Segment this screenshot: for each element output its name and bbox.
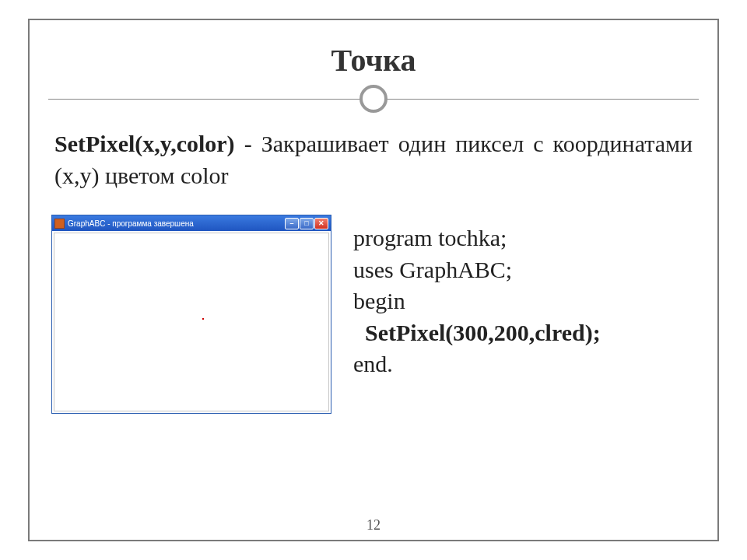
description-text: SetPixel(x,y,color) - Закрашивает один п…	[54, 128, 693, 191]
divider-circle-icon	[359, 85, 388, 113]
code-line: program tochka;	[353, 222, 601, 254]
code-block: program tochka; uses GraphABC; begin Set…	[353, 222, 601, 380]
code-line: SetPixel(300,200,clred);	[353, 317, 601, 349]
page-number: 12	[30, 517, 717, 534]
divider	[48, 85, 699, 113]
window-titlebar: GraphABC - программа завершена – □ ✕	[52, 215, 331, 231]
graphics-canvas	[54, 233, 329, 411]
code-line: end.	[353, 348, 601, 380]
close-button[interactable]: ✕	[314, 218, 328, 229]
content-row: GraphABC - программа завершена – □ ✕ pro…	[48, 215, 699, 414]
slide-title: Точка	[48, 42, 699, 79]
app-icon	[54, 219, 65, 229]
window-title: GraphABC - программа завершена	[68, 219, 285, 228]
separator: -	[235, 131, 261, 156]
code-line: uses GraphABC;	[353, 254, 601, 286]
slide-frame: Точка SetPixel(x,y,color) - Закрашивает …	[28, 19, 719, 541]
maximize-button[interactable]: □	[300, 218, 314, 229]
minimize-button[interactable]: –	[285, 218, 299, 229]
pixel-dot-icon	[202, 318, 204, 320]
function-name: SetPixel(x,y,color)	[54, 131, 235, 156]
app-window: GraphABC - программа завершена – □ ✕	[51, 215, 331, 414]
title-section: Точка	[48, 42, 699, 113]
window-controls: – □ ✕	[285, 218, 328, 229]
code-line: begin	[353, 285, 601, 317]
